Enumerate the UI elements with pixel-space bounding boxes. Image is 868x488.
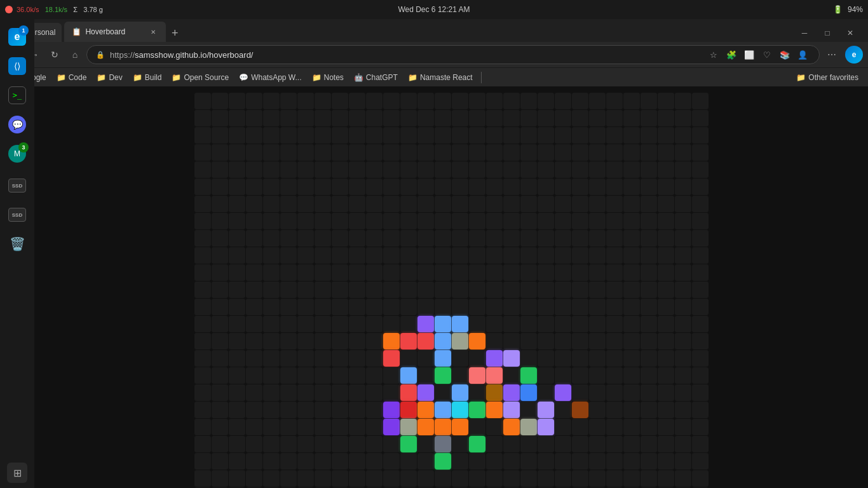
grid-cell[interactable] bbox=[503, 316, 520, 332]
grid-cell[interactable] bbox=[623, 127, 640, 144]
grid-cell[interactable] bbox=[246, 350, 262, 367]
grid-cell[interactable] bbox=[417, 350, 434, 367]
grid-cell[interactable] bbox=[692, 247, 709, 264]
grid-cell[interactable] bbox=[658, 213, 674, 229]
grid-cell[interactable] bbox=[366, 436, 383, 452]
grid-cell[interactable] bbox=[486, 93, 503, 109]
grid-cell[interactable] bbox=[692, 161, 709, 178]
grid-cell[interactable] bbox=[297, 264, 314, 281]
grid-cell[interactable] bbox=[675, 247, 691, 264]
grid-cell[interactable] bbox=[246, 419, 262, 435]
grid-cell[interactable] bbox=[366, 110, 383, 126]
grid-cell[interactable] bbox=[675, 213, 691, 229]
grid-cell[interactable] bbox=[212, 161, 228, 178]
grid-cell[interactable] bbox=[589, 453, 606, 470]
grid-cell[interactable] bbox=[675, 264, 691, 281]
grid-cell[interactable] bbox=[675, 161, 691, 178]
grid-cell[interactable] bbox=[692, 281, 709, 298]
grid-cell[interactable] bbox=[194, 470, 211, 487]
grid-cell[interactable] bbox=[417, 93, 434, 109]
grid-cell[interactable] bbox=[332, 367, 348, 384]
grid-cell[interactable] bbox=[280, 247, 297, 264]
grid-cell[interactable] bbox=[675, 453, 691, 470]
grid-cell[interactable] bbox=[246, 384, 262, 401]
grid-cell[interactable] bbox=[263, 384, 280, 401]
grid-cell[interactable] bbox=[280, 350, 297, 367]
grid-cell[interactable] bbox=[383, 419, 400, 435]
grid-cell[interactable] bbox=[366, 93, 383, 109]
grid-cell[interactable] bbox=[349, 281, 365, 298]
sidebar-ssd2[interactable]: SSD bbox=[4, 202, 30, 227]
grid-cell[interactable] bbox=[589, 350, 606, 367]
grid-cell[interactable] bbox=[297, 333, 314, 349]
more-button[interactable]: ⋯ bbox=[822, 45, 841, 64]
grid-cell[interactable] bbox=[503, 402, 520, 418]
grid-cell[interactable] bbox=[675, 367, 691, 384]
grid-cell[interactable] bbox=[332, 247, 348, 264]
grid-cell[interactable] bbox=[589, 384, 606, 401]
grid-cell[interactable] bbox=[589, 419, 606, 435]
grid-cell[interactable] bbox=[212, 436, 228, 452]
grid-cell[interactable] bbox=[555, 93, 571, 109]
grid-cell[interactable] bbox=[383, 402, 400, 418]
grid-cell[interactable] bbox=[623, 299, 640, 315]
grid-cell[interactable] bbox=[263, 299, 280, 315]
grid-cell[interactable] bbox=[641, 470, 657, 487]
grid-cell[interactable] bbox=[194, 213, 211, 229]
grid-cell[interactable] bbox=[246, 144, 262, 161]
grid-cell[interactable] bbox=[280, 213, 297, 229]
grid-cell[interactable] bbox=[538, 299, 554, 315]
grid-cell[interactable] bbox=[315, 93, 331, 109]
grid-cell[interactable] bbox=[675, 179, 691, 195]
grid-cell[interactable] bbox=[555, 384, 571, 401]
grid-cell[interactable] bbox=[658, 264, 674, 281]
grid-cell[interactable] bbox=[503, 144, 520, 161]
grid-cell[interactable] bbox=[469, 299, 485, 315]
grid-cell[interactable] bbox=[520, 316, 537, 332]
grid-cell[interactable] bbox=[297, 402, 314, 418]
grid-cell[interactable] bbox=[641, 110, 657, 126]
grid-cell[interactable] bbox=[572, 419, 588, 435]
grid-cell[interactable] bbox=[315, 281, 331, 298]
grid-cell[interactable] bbox=[315, 316, 331, 332]
grid-cell[interactable] bbox=[538, 402, 554, 418]
grid-cell[interactable] bbox=[212, 144, 228, 161]
grid-cell[interactable] bbox=[538, 333, 554, 349]
grid-cell[interactable] bbox=[297, 127, 314, 144]
grid-cell[interactable] bbox=[469, 161, 485, 178]
grid-cell[interactable] bbox=[555, 299, 571, 315]
grid-cell[interactable] bbox=[332, 144, 348, 161]
grid-cell[interactable] bbox=[520, 402, 537, 418]
other-favorites[interactable]: 📁 Other favorites bbox=[792, 72, 863, 83]
grid-cell[interactable] bbox=[675, 419, 691, 435]
grid-cell[interactable] bbox=[212, 402, 228, 418]
grid-cell[interactable] bbox=[400, 127, 417, 144]
grid-cell[interactable] bbox=[641, 93, 657, 109]
grid-cell[interactable] bbox=[692, 110, 709, 126]
grid-cell[interactable] bbox=[246, 299, 262, 315]
grid-cell[interactable] bbox=[280, 230, 297, 247]
grid-cell[interactable] bbox=[675, 93, 691, 109]
grid-cell[interactable] bbox=[400, 350, 417, 367]
grid-cell[interactable] bbox=[572, 453, 588, 470]
grid-cell[interactable] bbox=[589, 264, 606, 281]
grid-cell[interactable] bbox=[589, 196, 606, 212]
grid-cell[interactable] bbox=[366, 470, 383, 487]
grid-cell[interactable] bbox=[572, 333, 588, 349]
grid-cell[interactable] bbox=[246, 470, 262, 487]
grid-cell[interactable] bbox=[486, 179, 503, 195]
grid-cell[interactable] bbox=[469, 110, 485, 126]
grid-cell[interactable] bbox=[641, 299, 657, 315]
grid-cell[interactable] bbox=[503, 367, 520, 384]
bookmark-chatgpt[interactable]: 🤖 ChatGPT bbox=[349, 72, 402, 83]
grid-cell[interactable] bbox=[435, 350, 451, 367]
grid-cell[interactable] bbox=[229, 127, 245, 144]
grid-cell[interactable] bbox=[349, 127, 365, 144]
grid-cell[interactable] bbox=[589, 110, 606, 126]
grid-cell[interactable] bbox=[589, 333, 606, 349]
grid-cell[interactable] bbox=[641, 127, 657, 144]
grid-cell[interactable] bbox=[263, 470, 280, 487]
grid-cell[interactable] bbox=[315, 230, 331, 247]
grid-cell[interactable] bbox=[555, 281, 571, 298]
grid-cell[interactable] bbox=[383, 316, 400, 332]
